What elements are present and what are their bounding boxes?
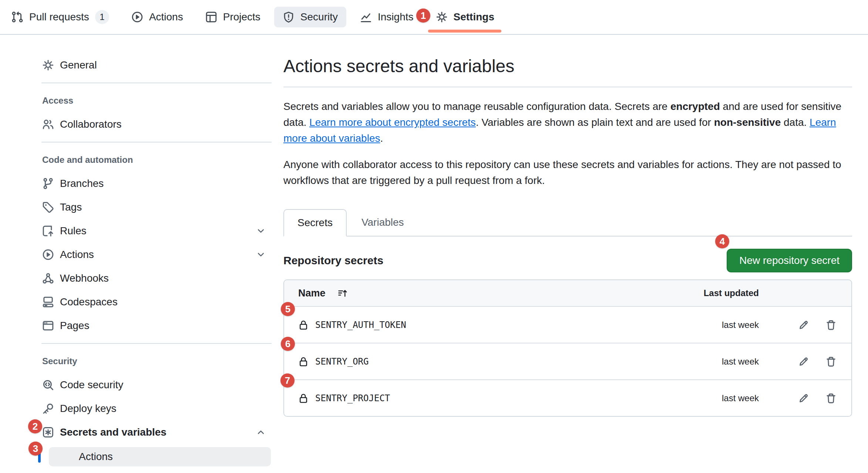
tag-icon [42, 201, 54, 213]
chevron-down-icon [255, 249, 266, 260]
edit-secret-button[interactable] [798, 393, 809, 404]
chevron-up-icon [255, 427, 266, 438]
nav-tab-actions[interactable]: Actions [123, 7, 192, 27]
sidebar-item-actions[interactable]: Actions [41, 243, 272, 266]
table-row-sentry-auth-token: SENTRY_AUTH_TOKEN last week [284, 306, 851, 343]
asterisk-box-icon [42, 426, 54, 438]
repository-secrets-header-row: Repository secrets New repository secret [283, 249, 852, 272]
nav-tab-pull-requests[interactable]: Pull requests 1 [3, 6, 118, 28]
pencil-icon [798, 319, 809, 331]
play-circle-icon [131, 11, 143, 23]
sidebar-item-general[interactable]: General [41, 53, 272, 77]
lock-icon [298, 393, 309, 403]
page-title: Actions secrets and variables [283, 56, 852, 77]
sidebar-item-secrets-and-variables[interactable]: Secrets and variables [41, 420, 272, 444]
settings-sidebar: General Access Collaborators Code and au… [41, 53, 272, 466]
secret-name: SENTRY_ORG [315, 356, 369, 367]
pull-requests-count-badge: 1 [95, 10, 109, 24]
edit-secret-button[interactable] [798, 356, 809, 367]
sidebar-item-label: General [60, 59, 97, 71]
sidebar-item-code-security[interactable]: Code security [41, 373, 272, 397]
people-icon [42, 118, 54, 130]
edit-secret-button[interactable] [798, 319, 809, 331]
sidebar-item-collaborators[interactable]: Collaborators [41, 113, 272, 136]
annotation-badge-6: 6 [281, 337, 295, 351]
sidebar-item-label: Tags [60, 201, 82, 213]
trash-icon [825, 319, 837, 331]
git-branch-icon [42, 178, 54, 189]
sidebar-subitem-actions-row: Actions [41, 447, 272, 466]
rules-icon [42, 225, 54, 237]
sidebar-item-label: Actions [60, 249, 94, 261]
sidebar-item-tags[interactable]: Tags [41, 195, 272, 219]
github-repo-settings-page: Pull requests 1 Actions Projects Securit… [0, 0, 868, 473]
sidebar-item-label: Collaborators [60, 118, 122, 130]
sidebar-section-code-and-automation: Code and automation [41, 148, 272, 172]
trash-icon [825, 393, 837, 404]
sidebar-item-deploy-keys[interactable]: Deploy keys [41, 397, 272, 420]
sidebar-item-codespaces[interactable]: Codespaces [41, 290, 272, 314]
sidebar-item-label: Codespaces [60, 296, 118, 308]
secrets-variables-tabs: Secrets Variables [283, 209, 852, 236]
secrets-table-header: Name Last updated [284, 280, 851, 306]
tab-variables[interactable]: Variables [347, 209, 419, 236]
table-row-sentry-org: SENTRY_ORG last week [284, 343, 851, 379]
intro-text: . [380, 132, 383, 144]
sidebar-item-rules[interactable]: Rules [41, 219, 272, 243]
delete-secret-button[interactable] [825, 393, 837, 404]
sidebar-divider [41, 343, 272, 344]
annotation-badge-7: 7 [280, 373, 295, 388]
sidebar-item-webhooks[interactable]: Webhooks [41, 266, 272, 290]
nav-tab-label: Projects [223, 11, 260, 23]
tab-secrets[interactable]: Secrets [283, 209, 347, 236]
delete-secret-button[interactable] [825, 319, 837, 331]
intro-paragraph: Secrets and variables allow you to manag… [283, 98, 852, 146]
sidebar-section-access: Access [41, 89, 272, 113]
column-header-last-updated: Last updated [696, 288, 759, 298]
project-table-icon [205, 11, 217, 23]
nav-tab-projects[interactable]: Projects [197, 7, 269, 27]
row-actions [759, 393, 851, 404]
intro-text: data. [781, 117, 810, 128]
sidebar-divider [41, 142, 272, 142]
nav-tab-label: Pull requests [29, 11, 89, 23]
intro-text: Secrets and variables allow you to manag… [283, 101, 670, 112]
lock-icon [298, 320, 309, 330]
last-updated-value: last week [696, 393, 759, 403]
sidebar-subitem-label: Actions [79, 447, 113, 466]
sidebar-item-label: Deploy keys [60, 403, 117, 415]
new-repository-secret-button[interactable]: New repository secret [727, 249, 852, 272]
annotation-badge-1: 1 [416, 9, 430, 23]
delete-secret-button[interactable] [825, 356, 837, 367]
secret-name: SENTRY_PROJECT [315, 393, 390, 403]
secrets-table: Name Last updated SENTRY_AUTH_TOKEN last… [283, 279, 852, 417]
sidebar-item-label: Code security [60, 379, 123, 391]
sidebar-item-label: Pages [60, 320, 89, 332]
pencil-icon [798, 393, 809, 404]
link-learn-more-encrypted-secrets[interactable]: Learn more about encrypted secrets [309, 117, 476, 128]
sidebar-item-label: Secrets and variables [60, 426, 166, 438]
intro-text: . Variables are shown as plain text and … [476, 117, 714, 128]
annotation-badge-2: 2 [28, 419, 42, 433]
row-actions [759, 356, 851, 367]
intro-bold-encrypted: encrypted [670, 101, 720, 112]
table-row-sentry-project: SENTRY_PROJECT last week [284, 379, 851, 416]
secret-name-cell: SENTRY_AUTH_TOKEN [284, 320, 696, 330]
intro-bold-non-sensitive: non-sensitive [714, 117, 781, 128]
repository-secrets-title: Repository secrets [283, 254, 383, 267]
git-pull-request-icon [11, 11, 23, 23]
webhook-icon [42, 272, 54, 284]
sort-ascending-icon [337, 288, 348, 298]
row-actions [759, 319, 851, 331]
annotation-badge-4: 4 [715, 234, 729, 248]
column-header-name[interactable]: Name [284, 288, 696, 299]
last-updated-value: last week [696, 356, 759, 367]
access-paragraph: Anyone with collaborator access to this … [283, 157, 852, 188]
sidebar-section-security: Security [41, 349, 272, 373]
gear-icon [42, 59, 54, 71]
codescan-icon [42, 379, 54, 391]
sidebar-item-pages[interactable]: Pages [41, 314, 272, 338]
column-name-label: Name [298, 288, 326, 299]
chevron-down-icon [255, 225, 266, 236]
sidebar-item-branches[interactable]: Branches [41, 172, 272, 195]
